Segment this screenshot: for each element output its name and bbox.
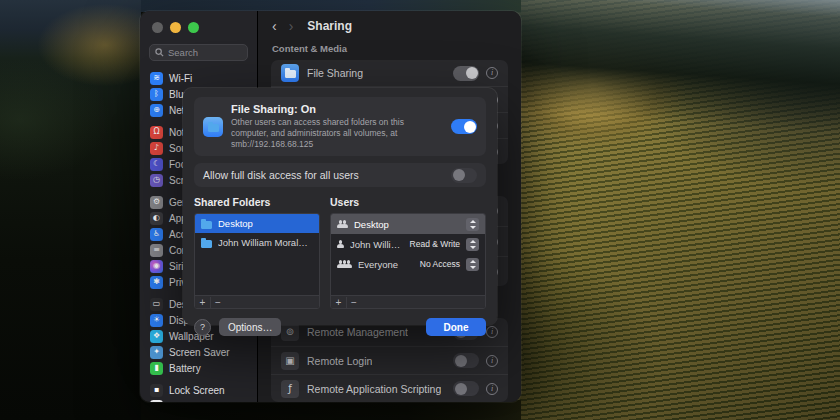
permission-stepper[interactable] xyxy=(466,218,479,231)
shared-folder-row-public[interactable]: John William Morales's Publ… xyxy=(195,233,319,252)
sidebar-item-lock-screen[interactable]: ▪Lock Screen xyxy=(140,382,257,398)
sidebar-item-label: Lock Screen xyxy=(169,385,225,396)
speaker-icon: ♪ xyxy=(150,142,163,155)
bell-icon: Ω xyxy=(150,126,163,139)
sidebar-item-touch-id[interactable]: ◉Touch ID & Password xyxy=(140,398,257,402)
screen-saver-icon: ✦ xyxy=(150,346,163,359)
person-icon xyxy=(337,240,344,248)
back-chevron-icon[interactable]: ‹ xyxy=(272,19,277,33)
permission-stepper[interactable] xyxy=(466,238,479,251)
gear-icon: ⚙ xyxy=(150,196,163,209)
control-center-icon: ≡ xyxy=(150,244,163,257)
users-toolbar: + − xyxy=(331,295,485,308)
accessibility-icon: ♿ xyxy=(150,228,163,241)
permission-label: Read & Write xyxy=(410,239,460,249)
forward-chevron-icon[interactable]: › xyxy=(289,19,294,33)
dialog-title: File Sharing: On xyxy=(231,103,443,115)
siri-icon: ◉ xyxy=(150,260,163,273)
remote-app-scripting-toggle[interactable] xyxy=(453,381,479,396)
titlebar: ‹ › Sharing xyxy=(258,11,521,41)
help-button[interactable]: ? xyxy=(194,319,211,336)
two-person-icon xyxy=(337,220,348,228)
info-icon[interactable]: i xyxy=(486,67,498,79)
search-placeholder: Search xyxy=(168,47,198,58)
sidebar-item-battery[interactable]: ▮Battery xyxy=(140,360,257,376)
remote-login-toggle[interactable] xyxy=(453,353,479,368)
close-button[interactable] xyxy=(152,22,163,33)
row-label: Remote Login xyxy=(307,355,372,367)
user-name: Everyone xyxy=(358,259,414,270)
hourglass-icon: ◷ xyxy=(150,174,163,187)
wifi-icon: ≋ xyxy=(150,72,163,85)
file-sharing-dialog: File Sharing: On Other users can access … xyxy=(183,88,497,325)
sidebar-item-label: Touch ID & Password xyxy=(169,401,265,403)
user-row-john[interactable]: John William… Read & Write xyxy=(331,234,485,254)
user-row-desktop[interactable]: Desktop xyxy=(331,214,485,234)
file-sharing-on-toggle[interactable] xyxy=(451,119,477,134)
folder-icon xyxy=(201,221,212,229)
shared-folders-toolbar: + − xyxy=(195,295,319,308)
permission-stepper[interactable] xyxy=(466,258,479,271)
sidebar-item-label: Wi-Fi xyxy=(169,73,192,84)
network-icon: ⊕ xyxy=(150,104,163,117)
remove-folder-button[interactable]: − xyxy=(210,297,225,308)
users-header: Users xyxy=(330,196,486,208)
shared-folders-header: Shared Folders xyxy=(194,196,330,208)
done-button[interactable]: Done xyxy=(426,318,486,336)
file-sharing-icon xyxy=(281,64,299,82)
search-input[interactable]: Search xyxy=(149,44,248,61)
appearance-icon: ◐ xyxy=(150,212,163,225)
folder-icon xyxy=(201,240,212,248)
fingerprint-icon: ◉ xyxy=(150,400,163,403)
file-sharing-toggle[interactable] xyxy=(453,66,479,81)
three-person-icon xyxy=(337,260,352,268)
sidebar-item-wifi[interactable]: ≋Wi-Fi xyxy=(140,70,257,86)
page-title: Sharing xyxy=(307,19,352,33)
wallpaper-vineyard-right xyxy=(488,0,840,420)
dialog-footer: ? Options… Done xyxy=(194,318,486,336)
add-user-button[interactable]: + xyxy=(331,297,346,308)
permission-label: No Access xyxy=(420,259,460,269)
dialog-description: Other users can access shared folders on… xyxy=(231,117,443,150)
user-name: John William… xyxy=(350,239,404,250)
desktop: Search ≋Wi-Fi ᛒBluetooth ⊕Network ΩNotif… xyxy=(0,0,840,420)
file-sharing-row[interactable]: File Sharing i xyxy=(271,60,508,86)
file-sharing-icon xyxy=(203,117,223,137)
window-controls xyxy=(140,19,257,33)
shared-folders-list: Desktop John William Morales's Publ… + − xyxy=(194,213,320,309)
add-folder-button[interactable]: + xyxy=(195,297,210,308)
options-button[interactable]: Options… xyxy=(219,318,281,336)
remote-login-row[interactable]: ▣ Remote Login i xyxy=(271,346,508,374)
info-icon[interactable]: i xyxy=(486,326,498,338)
info-icon[interactable]: i xyxy=(486,383,498,395)
folder-name: Desktop xyxy=(218,218,313,229)
battery-icon: ▮ xyxy=(150,362,163,375)
remote-app-scripting-icon: ƒ xyxy=(281,380,299,398)
file-sharing-status-card: File Sharing: On Other users can access … xyxy=(194,97,486,156)
sidebar-item-label: Battery xyxy=(169,363,201,374)
remote-app-scripting-row[interactable]: ƒ Remote Application Scripting i xyxy=(271,374,508,402)
moon-icon: ☾ xyxy=(150,158,163,171)
privacy-hand-icon: ✱ xyxy=(150,276,163,289)
minimize-button[interactable] xyxy=(170,22,181,33)
user-row-everyone[interactable]: Everyone No Access xyxy=(331,254,485,274)
sun-icon: ☀ xyxy=(150,314,163,327)
remove-user-button[interactable]: − xyxy=(346,297,361,308)
row-label: Remote Application Scripting xyxy=(307,383,441,395)
sidebar-item-screen-saver[interactable]: ✦Screen Saver xyxy=(140,344,257,360)
sidebar-item-label: Screen Saver xyxy=(169,347,230,358)
full-disk-access-toggle[interactable] xyxy=(451,168,477,183)
zoom-button[interactable] xyxy=(188,22,199,33)
shared-folder-row-desktop[interactable]: Desktop xyxy=(195,214,319,233)
full-disk-access-card: Allow full disk access for all users xyxy=(194,163,486,187)
wallpaper-bottom-strip xyxy=(141,400,521,420)
row-label: File Sharing xyxy=(307,67,363,79)
dock-icon: ▭ xyxy=(150,298,163,311)
info-icon[interactable]: i xyxy=(486,355,498,367)
list-headers: Shared Folders Users xyxy=(194,196,486,208)
search-icon xyxy=(155,48,164,57)
remote-login-icon: ▣ xyxy=(281,352,299,370)
wallpaper-forest-left xyxy=(0,0,141,420)
wallpaper-icon: ❖ xyxy=(150,330,163,343)
bluetooth-icon: ᛒ xyxy=(150,88,163,101)
